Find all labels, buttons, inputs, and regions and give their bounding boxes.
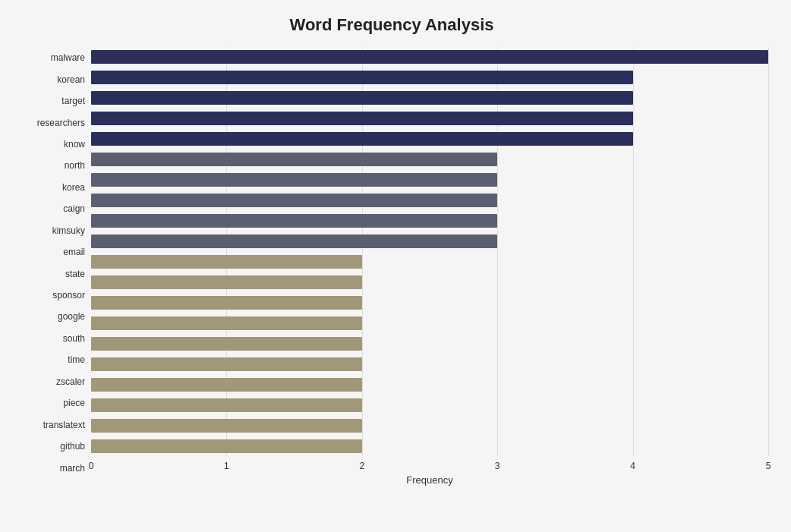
y-label-korea: korea [15, 178, 85, 197]
y-label-kimsuky: kimsuky [15, 222, 85, 240]
y-label-north: north [15, 156, 85, 175]
y-label-sponsor: sponsor [15, 286, 85, 304]
bar-march [91, 439, 362, 453]
bar-row-south [91, 313, 768, 333]
bar-row-korea [91, 170, 768, 190]
bar-row-malware [91, 47, 768, 68]
bar-state [91, 255, 362, 269]
bar-row-caign [91, 190, 768, 211]
bar-row-email [91, 231, 768, 252]
y-label-researchers: researchers [15, 114, 85, 132]
bar-row-sponsor [91, 272, 768, 292]
y-label-email: email [15, 243, 85, 261]
bar-row-time [91, 333, 768, 354]
bar-target [91, 91, 633, 105]
y-label-zscaler: zscaler [15, 373, 85, 391]
bar-row-piece [91, 374, 768, 395]
y-axis-labels: malwarekoreantargetresearchersknownorthk… [15, 47, 91, 479]
grid-line-5 [768, 47, 769, 456]
bar-south [91, 316, 362, 330]
y-label-translatext: translatext [15, 416, 85, 434]
bar-piece [91, 378, 362, 392]
bar-email [91, 235, 497, 248]
bar-malware [91, 50, 768, 64]
y-label-march: march [15, 459, 85, 477]
bar-row-zscaler [91, 354, 768, 374]
x-tick-1: 1 [224, 461, 229, 471]
y-label-know: know [15, 135, 85, 153]
y-label-caign: caign [15, 200, 85, 218]
bar-row-state [91, 252, 768, 272]
bar-row-researchers [91, 109, 768, 129]
bar-row-github [91, 415, 768, 436]
bar-row-translatext [91, 395, 768, 415]
x-tick-4: 4 [630, 461, 635, 471]
bar-row-google [91, 292, 768, 313]
bar-know [91, 132, 633, 146]
bar-north [91, 153, 497, 166]
bar-sponsor [91, 275, 362, 289]
y-label-malware: malware [15, 49, 85, 67]
chart-container: Word Frequency Analysis malwarekoreantar… [0, 0, 791, 532]
x-axis-label: Frequency [91, 474, 768, 486]
y-label-time: time [15, 351, 85, 369]
y-label-github: github [15, 437, 85, 455]
bar-korea [91, 173, 497, 187]
bar-row-north [91, 150, 768, 170]
bar-translatext [91, 398, 362, 412]
bar-google [91, 296, 362, 310]
x-tick-5: 5 [766, 461, 771, 471]
bar-time [91, 337, 362, 351]
y-label-south: south [15, 329, 85, 348]
bar-row-korean [91, 68, 768, 88]
y-label-piece: piece [15, 394, 85, 412]
x-tick-3: 3 [495, 461, 500, 471]
x-tick-0: 0 [89, 461, 94, 471]
bar-korean [91, 71, 633, 84]
bar-row-target [91, 88, 768, 109]
bar-github [91, 419, 362, 433]
y-label-korean: korean [15, 71, 85, 89]
y-label-target: target [15, 92, 85, 110]
y-label-state: state [15, 265, 85, 283]
bar-caign [91, 194, 497, 207]
bar-row-march [91, 436, 768, 456]
bars-wrapper [91, 47, 768, 456]
y-label-google: google [15, 307, 85, 326]
chart-title: Word Frequency Analysis [15, 15, 768, 35]
bar-row-kimsuky [91, 211, 768, 231]
bar-row-know [91, 129, 768, 150]
bar-kimsuky [91, 214, 497, 228]
x-tick-2: 2 [359, 461, 364, 471]
bar-researchers [91, 112, 633, 125]
bar-zscaler [91, 357, 362, 371]
